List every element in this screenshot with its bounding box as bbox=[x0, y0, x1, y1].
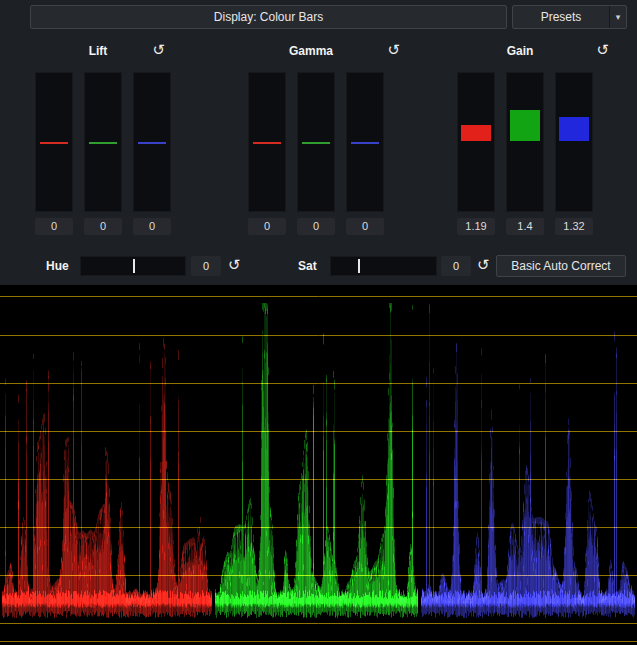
gamma-group: Gamma ↺ 0 0 0 bbox=[248, 42, 384, 242]
gamma-sliders bbox=[248, 72, 384, 212]
gamma-blue-value[interactable]: 0 bbox=[346, 218, 384, 235]
gain-green-level bbox=[510, 110, 540, 140]
gain-red-level bbox=[461, 125, 491, 140]
gain-sliders bbox=[457, 72, 593, 212]
hue-slider[interactable] bbox=[80, 256, 186, 276]
lift-sliders bbox=[35, 72, 171, 212]
presets-dropdown[interactable]: Presets ▾ bbox=[512, 5, 627, 29]
sat-value[interactable]: 0 bbox=[441, 256, 471, 276]
gamma-green-value[interactable]: 0 bbox=[297, 218, 335, 235]
lift-green-slider[interactable] bbox=[84, 72, 122, 212]
lift-reset-icon[interactable]: ↺ bbox=[152, 42, 165, 58]
lift-blue-slider[interactable] bbox=[133, 72, 171, 212]
gamma-blue-level bbox=[351, 142, 379, 144]
sat-label: Sat bbox=[298, 259, 317, 273]
basic-auto-correct-button[interactable]: Basic Auto Correct bbox=[496, 255, 626, 277]
rgb-parade-canvas bbox=[0, 285, 637, 645]
gain-header: Gain ↺ bbox=[457, 42, 593, 68]
gamma-values: 0 0 0 bbox=[248, 218, 384, 235]
gain-blue-level bbox=[559, 117, 589, 140]
lift-title: Lift bbox=[35, 44, 161, 58]
chevron-down-icon[interactable]: ▾ bbox=[609, 6, 626, 28]
gain-group: Gain ↺ 1.19 1.4 1.32 bbox=[457, 42, 593, 242]
gamma-title: Gamma bbox=[248, 44, 374, 58]
gain-blue-slider[interactable] bbox=[555, 72, 593, 212]
lift-green-level bbox=[89, 142, 117, 144]
gain-red-value[interactable]: 1.19 bbox=[457, 218, 495, 235]
gain-blue-value[interactable]: 1.32 bbox=[555, 218, 593, 235]
hue-label: Hue bbox=[46, 259, 69, 273]
lift-red-slider[interactable] bbox=[35, 72, 73, 212]
waveform-monitor bbox=[0, 285, 637, 645]
sat-slider[interactable] bbox=[330, 256, 437, 276]
gamma-reset-icon[interactable]: ↺ bbox=[387, 42, 400, 58]
gain-values: 1.19 1.4 1.32 bbox=[457, 218, 593, 235]
gamma-red-level bbox=[253, 142, 281, 144]
sat-reset-icon[interactable]: ↺ bbox=[477, 257, 490, 273]
lift-group: Lift ↺ 0 0 0 bbox=[35, 42, 171, 242]
sat-slider-handle[interactable] bbox=[358, 259, 360, 273]
gain-red-slider[interactable] bbox=[457, 72, 495, 212]
display-mode-button[interactable]: Display: Colour Bars bbox=[30, 5, 507, 29]
gamma-red-value[interactable]: 0 bbox=[248, 218, 286, 235]
gain-title: Gain bbox=[457, 44, 583, 58]
lift-header: Lift ↺ bbox=[35, 42, 171, 68]
lift-values: 0 0 0 bbox=[35, 218, 171, 235]
hue-sat-row: Hue 0 ↺ Sat 0 ↺ Basic Auto Correct bbox=[0, 255, 637, 277]
colour-correction-panel: Display: Colour Bars Presets ▾ Lift ↺ 0 … bbox=[0, 0, 637, 285]
gain-green-value[interactable]: 1.4 bbox=[506, 218, 544, 235]
lift-blue-value[interactable]: 0 bbox=[133, 218, 171, 235]
gamma-header: Gamma ↺ bbox=[248, 42, 384, 68]
hue-value[interactable]: 0 bbox=[191, 256, 221, 276]
gain-reset-icon[interactable]: ↺ bbox=[596, 42, 609, 58]
hue-slider-handle[interactable] bbox=[133, 259, 135, 273]
lift-red-value[interactable]: 0 bbox=[35, 218, 73, 235]
presets-label: Presets bbox=[513, 6, 609, 28]
gain-green-slider[interactable] bbox=[506, 72, 544, 212]
gamma-red-slider[interactable] bbox=[248, 72, 286, 212]
hue-reset-icon[interactable]: ↺ bbox=[228, 257, 241, 273]
lift-green-value[interactable]: 0 bbox=[84, 218, 122, 235]
gamma-green-level bbox=[302, 142, 330, 144]
lift-blue-level bbox=[138, 142, 166, 144]
lift-red-level bbox=[40, 142, 68, 144]
gamma-blue-slider[interactable] bbox=[346, 72, 384, 212]
gamma-green-slider[interactable] bbox=[297, 72, 335, 212]
